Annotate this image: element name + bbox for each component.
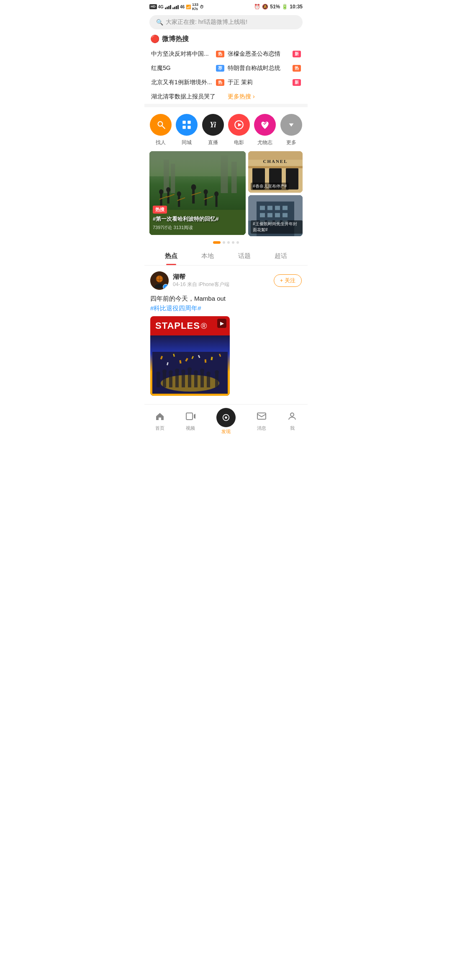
tab-super[interactable]: 超话 xyxy=(263,247,300,265)
svg-rect-74 xyxy=(169,374,172,387)
nav-profile[interactable]: 我 xyxy=(287,411,297,431)
quick-item-more[interactable]: 更多 xyxy=(280,114,302,146)
svg-point-71 xyxy=(156,371,160,376)
banner-tag: 热搜 #第一次看哈利波特的回忆# 7397讨论 3131阅读 xyxy=(153,206,218,231)
hot-search-header: 🔴 微博热搜 xyxy=(144,33,308,47)
svg-rect-78 xyxy=(182,373,185,387)
svg-rect-88 xyxy=(215,374,218,387)
live-label: 直播 xyxy=(208,139,218,146)
alarm-icon: ⏰ xyxy=(254,4,260,10)
hot-item-more[interactable]: 更多热搜 › xyxy=(226,90,303,104)
svg-point-95 xyxy=(290,413,294,416)
crowd-illustration xyxy=(152,352,228,394)
yw-label: 尤物志 xyxy=(257,139,272,146)
video-icon xyxy=(185,411,195,424)
discover-icon xyxy=(221,413,231,422)
hot-item-7[interactable]: 湖北清零数据上报员哭了 xyxy=(149,90,226,104)
hot-item-2[interactable]: 张檬金恩圣公布恋情 新 xyxy=(226,47,303,61)
banner-chanel[interactable]: CHANEL #香奈儿宣布停产# xyxy=(248,151,303,193)
post-image[interactable]: STAPLES ® xyxy=(150,316,230,396)
staples-bg: STAPLES ® xyxy=(150,316,230,396)
svg-point-89 xyxy=(215,370,219,374)
follow-button[interactable]: + 关注 xyxy=(274,274,302,287)
speed: 133K/s xyxy=(192,3,198,11)
post-username: 湖帮 xyxy=(173,273,270,281)
hot-search-icon: 🔴 xyxy=(150,34,159,44)
quick-item-movie[interactable]: 电影 xyxy=(228,114,250,146)
hot-item-5[interactable]: 北京又有1例新增境外... 热 xyxy=(149,75,226,90)
hot-item-3[interactable]: 红魔5G 荐 xyxy=(149,61,226,75)
more-icon xyxy=(280,114,302,136)
video-label: 视频 xyxy=(186,425,195,431)
banner-building[interactable]: #王俊凯时尚先生开年封面花絮# xyxy=(248,195,303,237)
post-time: 04-16 来自 iPhone客户端 xyxy=(173,281,270,288)
svg-rect-13 xyxy=(221,155,228,193)
svg-rect-69 xyxy=(205,359,207,363)
status-left: HD 4G 46 📶 133K/s ⏱ xyxy=(149,3,204,11)
svg-rect-26 xyxy=(216,195,218,207)
divider-1 xyxy=(144,104,308,107)
svg-rect-84 xyxy=(200,372,204,387)
quick-item-find[interactable]: 找人 xyxy=(150,114,172,146)
signal-4g: 4G xyxy=(158,5,164,9)
hot-item-6[interactable]: 于正 茉莉 新 xyxy=(226,75,303,90)
search-bar[interactable]: 🔍 大家正在搜: hrl话题微博上线啦! xyxy=(149,15,303,29)
svg-marker-8 xyxy=(289,124,293,127)
message-label: 消息 xyxy=(257,425,266,431)
more-label: 更多 xyxy=(286,139,296,146)
svg-rect-22 xyxy=(192,189,195,204)
hot-item-1[interactable]: 中方坚决反对将中国... 热 xyxy=(149,47,226,61)
svg-point-75 xyxy=(169,370,173,374)
verified-badge: ✓ xyxy=(163,284,169,290)
banner-caption: #第一次看哈利波特的回忆# xyxy=(153,215,218,223)
svg-point-25 xyxy=(203,189,208,194)
nav-discover[interactable]: 发现 xyxy=(216,408,236,435)
svg-rect-76 xyxy=(175,372,179,387)
svg-point-77 xyxy=(175,369,179,373)
play-icon: ▶ xyxy=(217,319,226,328)
tab-topic[interactable]: 话题 xyxy=(226,247,263,265)
badge-hot-1: 热 xyxy=(216,51,224,57)
tab-local[interactable]: 本地 xyxy=(190,247,226,265)
find-people-icon xyxy=(150,114,172,136)
badge-hot-3: 热 xyxy=(216,79,224,86)
avatar[interactable]: ✓ xyxy=(150,271,169,290)
svg-rect-80 xyxy=(188,371,191,387)
dot-3 xyxy=(227,241,230,244)
nearby-icon xyxy=(176,114,198,136)
dot-1 xyxy=(213,241,221,244)
nav-video[interactable]: 视频 xyxy=(185,411,195,431)
hot-search-title: 微博热搜 xyxy=(162,35,189,44)
svg-line-1 xyxy=(162,126,165,129)
svg-rect-86 xyxy=(207,375,210,387)
network-type: 46 xyxy=(180,5,185,9)
quick-item-yw[interactable]: 尤物志 xyxy=(254,114,276,146)
badge-hot-2: 热 xyxy=(293,65,301,72)
nearby-label: 同城 xyxy=(182,139,192,146)
quick-item-nearby[interactable]: 同城 xyxy=(176,114,198,146)
post-card: ✓ 湖帮 04-16 来自 iPhone客户端 + 关注 四年前的今天，Mamb… xyxy=(144,266,308,396)
svg-point-87 xyxy=(206,371,211,376)
dot-2 xyxy=(223,241,225,244)
more-hot-label: 更多热搜 › xyxy=(228,93,255,101)
banner-section: 热搜 #第一次看哈利波特的回忆# 7397讨论 3131阅读 CHANEL xyxy=(144,151,308,240)
quick-item-live[interactable]: Yi 直播 xyxy=(202,114,224,146)
discover-btn[interactable] xyxy=(216,408,236,427)
status-right: ⏰ 🔕 51% 🔋 10:35 xyxy=(254,4,303,10)
hot-item-4[interactable]: 特朗普自称战时总统 热 xyxy=(226,61,303,75)
staples-crowd xyxy=(150,335,230,396)
post-hashtag: #科比退役四周年# xyxy=(150,304,201,312)
mute-icon: 🔕 xyxy=(262,4,268,10)
svg-rect-3 xyxy=(188,121,191,124)
svg-point-21 xyxy=(177,191,181,196)
tab-hot[interactable]: 热点 xyxy=(153,247,190,265)
svg-point-17 xyxy=(159,189,163,194)
chanel-tag: #香奈儿宣布停产# xyxy=(251,183,289,190)
search-icon: 🔍 xyxy=(156,19,163,26)
wifi-icon: 📶 xyxy=(186,5,191,9)
nav-home[interactable]: 首页 xyxy=(155,411,165,431)
banner-main[interactable]: 热搜 #第一次看哈利波特的回忆# 7397讨论 3131阅读 xyxy=(149,151,246,235)
signal-bars-2 xyxy=(172,4,179,9)
svg-point-81 xyxy=(187,367,192,371)
nav-message[interactable]: 消息 xyxy=(257,411,267,431)
